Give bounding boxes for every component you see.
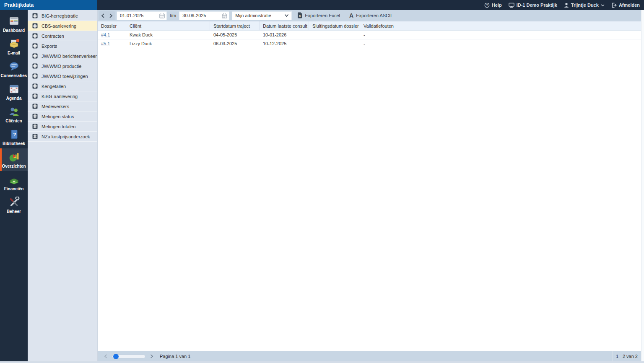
dashboard-icon: [8, 15, 20, 27]
tools-icon: [8, 196, 20, 208]
grid-icon: [32, 13, 38, 18]
column-header-validatiefouten[interactable]: Validatiefouten: [360, 21, 641, 30]
practice-selector[interactable]: ID-1 Demo Praktijk: [509, 3, 557, 8]
logout-button[interactable]: Afmelden: [611, 3, 640, 8]
sidebar-item-jwwmo-berichtenverkeer[interactable]: JW/WMO berichtenverkeer: [28, 51, 97, 61]
reports-sidebar: BIG-herregistratie CBS-aanlevering Contr…: [28, 10, 98, 361]
sidebar-item-big-herregistratie[interactable]: BIG-herregistratie: [28, 11, 97, 21]
column-header-startdatum[interactable]: Startdatum traject: [210, 21, 260, 30]
administration-select[interactable]: Mijn administratie: [232, 11, 292, 20]
scrollbar-track[interactable]: [641, 10, 644, 361]
sidebar-item-contracten[interactable]: Contracten: [28, 31, 97, 41]
sidebar-item-kengetallen[interactable]: Kengetallen: [28, 81, 97, 91]
next-period-button[interactable]: [107, 11, 115, 20]
main-panel: t/m Mijn administratie x: [98, 10, 641, 361]
grid-icon: [32, 83, 38, 89]
page-slider[interactable]: [112, 355, 145, 358]
column-header-client[interactable]: Cliënt: [126, 21, 210, 30]
rail-item-agenda[interactable]: Agenda: [0, 80, 28, 103]
date-from-input[interactable]: [120, 13, 159, 18]
column-header-sluitingsdatum[interactable]: Sluitingsdatum dossier: [309, 21, 360, 30]
grid-icon: [32, 124, 38, 129]
grid-icon: [32, 114, 38, 119]
grid-icon: [32, 134, 38, 139]
column-header-laatste-consult[interactable]: Datum laatste consult: [260, 21, 309, 30]
laatste-consult-cell: 10-01-2026: [260, 31, 309, 39]
rail-item-bibliotheek[interactable]: ? Bibliotheek: [0, 126, 28, 148]
date-to-field: [179, 11, 229, 20]
validatiefouten-cell: -: [360, 39, 641, 48]
dossier-link[interactable]: #4.1: [101, 32, 110, 37]
sidebar-item-metingen-totalen[interactable]: Metingen totalen: [28, 122, 97, 132]
rail-item-conversaties[interactable]: Conversaties: [0, 58, 28, 80]
app-window: Praktijkdata ? Help ID-1 Demo Praktijk T…: [0, 0, 644, 363]
sidebar-item-kibg-aanlevering[interactable]: KiBG-aanlevering: [28, 91, 97, 101]
startdatum-cell: 04-05-2025: [210, 31, 260, 39]
sidebar-item-medewerkers[interactable]: Medewerkers: [28, 101, 97, 111]
help-button[interactable]: ? Help: [484, 3, 502, 8]
column-header-dossier[interactable]: Dossier: [98, 21, 126, 30]
bottom-border-strip: [0, 361, 644, 363]
sluitingsdatum-cell: [309, 39, 360, 48]
calendar-picker-icon[interactable]: [159, 13, 165, 18]
table-header-row: Dossier Cliënt Startdatum traject Datum …: [98, 21, 641, 31]
user-menu[interactable]: Trijntje Duck: [564, 3, 605, 8]
sidebar-item-nza-kostprijsonderzoek[interactable]: NZa kostprijsonderzoek: [28, 132, 97, 142]
startdatum-cell: 06-03-2025: [210, 39, 260, 48]
rail-item-overzichten[interactable]: Overzichten: [0, 148, 28, 171]
excel-file-icon: x: [297, 12, 302, 19]
grid-icon: [32, 63, 38, 69]
grid-icon: [32, 23, 38, 29]
topbar-actions: ? Help ID-1 Demo Praktijk Trijntje Duck: [97, 0, 644, 10]
sidebar-item-jwwmo-toewijzingen[interactable]: JW/WMO toewijzingen: [28, 71, 97, 81]
dossier-link[interactable]: #5.1: [101, 41, 110, 46]
sidebar-item-exports[interactable]: Exports: [28, 41, 97, 51]
pagination-bar: Pagina 1 van 1 1 - 2 van 2: [98, 351, 641, 361]
date-to-input[interactable]: [182, 13, 222, 18]
money-icon: [8, 174, 20, 185]
date-range-separator: t/m: [169, 13, 177, 18]
next-page-button[interactable]: [148, 354, 156, 358]
rail-item-beheer[interactable]: Beheer: [0, 194, 28, 216]
monitor-icon: [509, 3, 514, 8]
page-label: Pagina 1 van 1: [160, 354, 190, 359]
person-icon: [564, 3, 569, 8]
sluitingsdatum-cell: [309, 31, 360, 39]
app-logo: Praktijkdata: [0, 0, 97, 10]
previous-period-button[interactable]: [99, 11, 107, 20]
table-row: #5.1 Lizzy Duck 06-03-2025 10-12-2025 -: [98, 39, 641, 48]
logout-icon: [611, 3, 617, 8]
grid-icon: [32, 73, 38, 79]
topbar: Praktijkdata ? Help ID-1 Demo Praktijk T…: [0, 0, 644, 10]
validatiefouten-cell: -: [360, 31, 641, 39]
export-excel-button[interactable]: x Exporteren Excel: [293, 11, 344, 20]
page-slider-knob[interactable]: [113, 354, 119, 359]
rail-item-financien[interactable]: Financiën: [0, 171, 28, 194]
calendar-icon: [8, 83, 20, 95]
client-cell: Kwak Duck: [126, 31, 210, 39]
sidebar-item-jwwmo-productie[interactable]: JW/WMO productie: [28, 61, 97, 71]
email-icon: [8, 38, 20, 49]
sidebar-item-metingen-status[interactable]: Metingen status: [28, 111, 97, 122]
calendar-picker-icon[interactable]: [222, 13, 227, 18]
svg-text:?: ?: [13, 131, 16, 137]
table-empty-area: [98, 48, 641, 351]
rail-item-email[interactable]: E-mail: [0, 35, 28, 58]
rail-item-dashboard[interactable]: Dashboard: [0, 13, 28, 35]
help-icon: ?: [484, 3, 490, 8]
ascii-icon: A: [349, 13, 353, 18]
rail-item-clienten[interactable]: Cliënten: [0, 103, 28, 126]
export-ascii-button[interactable]: A Exporteren ASCII: [345, 11, 395, 20]
grid-icon: [32, 93, 38, 99]
previous-page-button[interactable]: [102, 354, 109, 358]
cbs-aanlevering-table: Dossier Cliënt Startdatum traject Datum …: [98, 21, 641, 351]
speech-bubble-icon: [8, 60, 20, 72]
main-nav-rail: Dashboard E-mail Conversaties Agenda: [0, 10, 28, 361]
table-row: #4.1 Kwak Duck 04-05-2025 10-01-2026 -: [98, 31, 641, 39]
sidebar-item-cbs-aanlevering[interactable]: CBS-aanlevering: [28, 21, 97, 31]
chevron-down-icon: [601, 4, 605, 7]
date-from-field: [117, 11, 167, 20]
record-range-label: 1 - 2 van 2: [612, 351, 641, 361]
people-icon: [8, 106, 20, 117]
chevron-down-icon: [284, 13, 289, 18]
